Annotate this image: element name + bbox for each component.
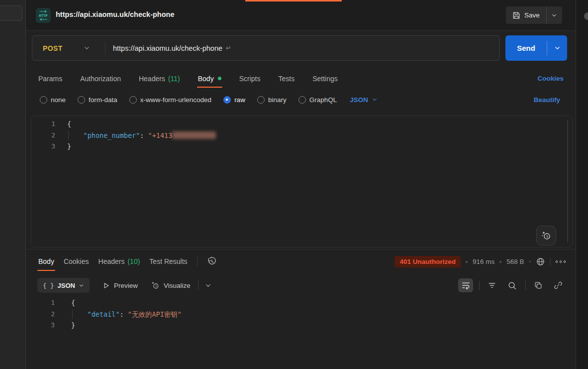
beautify-link[interactable]: Beautify	[534, 96, 560, 104]
response-pane: Body Cookies Headers(10) Test Results 40…	[26, 249, 576, 369]
postbot-button[interactable]	[536, 226, 556, 246]
network-info-button[interactable]	[536, 257, 545, 266]
indent-guide	[68, 131, 69, 140]
tab-params[interactable]: Params	[38, 69, 62, 88]
format-options-button[interactable]	[205, 282, 211, 289]
send-options-button[interactable]	[547, 45, 567, 51]
line-number: 1	[31, 297, 55, 309]
response-history-button[interactable]	[207, 256, 217, 266]
tab-tests[interactable]: Tests	[278, 69, 294, 88]
chevron-down-icon	[372, 97, 378, 103]
request-tab-title: https://api.xiaomu.uk/check-phone	[56, 10, 174, 18]
body-mode-urlencoded[interactable]: x-www-form-urlencoded	[129, 96, 211, 104]
json-value: "无效的API密钥"	[128, 310, 182, 318]
response-tabs: Body Cookies Headers(10) Test Results	[26, 251, 217, 271]
response-tab-headers[interactable]: Headers(10)	[98, 251, 140, 271]
right-sidebar-icon[interactable]	[584, 12, 588, 20]
radio-icon	[298, 96, 306, 104]
api-client-app: HTTP https://api.xiaomu.uk/check-phone S…	[0, 0, 588, 369]
chevron-down-icon	[551, 12, 557, 18]
search-icon	[507, 281, 517, 290]
body-mode-row: none form-data x-www-form-urlencoded raw…	[26, 92, 576, 107]
tab-settings[interactable]: Settings	[312, 69, 338, 88]
response-toolbar-icons	[458, 277, 566, 294]
divider	[525, 281, 526, 290]
body-mode-none[interactable]: none	[40, 96, 66, 104]
http-request-icon: HTTP	[36, 8, 51, 23]
json-key: "phone_number"	[84, 131, 140, 139]
url-divider	[105, 42, 105, 55]
divider	[198, 281, 198, 290]
response-tab-test-results[interactable]: Test Results	[149, 251, 187, 271]
response-status-row: 401 Unauthorized 916 ms 568 B	[394, 256, 566, 267]
save-options-button[interactable]	[547, 6, 562, 24]
line-number: 1	[31, 119, 55, 130]
radio-icon	[78, 96, 85, 104]
status-badge[interactable]: 401 Unauthorized	[394, 256, 461, 267]
response-toolbar: { } JSON Preview Visualize	[26, 277, 576, 294]
chevron-down-icon	[205, 282, 211, 289]
right-sidebar	[576, 0, 588, 369]
wrap-text-button[interactable]	[458, 278, 473, 292]
json-value: "+1413	[148, 131, 173, 139]
link-button[interactable]	[551, 278, 566, 292]
code-line: 2 "phone_number": "+1413	[31, 130, 572, 141]
radio-icon	[257, 96, 265, 104]
save-icon	[512, 11, 520, 19]
response-body-viewer[interactable]: 1 { 2 "detail": "无效的API密钥" 3 }	[31, 297, 571, 331]
sidebar-panel-stub[interactable]	[0, 5, 22, 21]
response-size[interactable]: 568 B	[506, 258, 524, 265]
globe-icon	[536, 257, 545, 266]
line-number: 3	[31, 141, 55, 152]
modified-dot-icon	[218, 77, 221, 80]
preview-button[interactable]: Preview	[102, 282, 138, 289]
response-tab-body[interactable]: Body	[38, 251, 54, 271]
body-mode-raw[interactable]: raw	[223, 96, 245, 104]
dot-separator	[529, 261, 531, 262]
url-input[interactable]: https://api.xiaomu.uk/check-phone ↵	[113, 44, 231, 52]
http-badge-label: HTTP	[39, 13, 48, 18]
code-line: 3 }	[31, 320, 571, 331]
search-button[interactable]	[504, 278, 519, 292]
radio-icon	[40, 96, 47, 104]
body-mode-form-data[interactable]: form-data	[78, 96, 117, 104]
copy-button[interactable]	[531, 278, 546, 292]
body-mode-binary[interactable]: binary	[257, 96, 287, 104]
tab-headers[interactable]: Headers(11)	[139, 69, 180, 88]
filter-icon	[488, 281, 496, 290]
copy-icon	[534, 281, 543, 290]
request-body-editor[interactable]: 1 { 2 "phone_number": "+1413 3 }	[31, 116, 573, 247]
divider	[197, 257, 197, 266]
more-options-button[interactable]	[556, 260, 566, 263]
dot-separator	[499, 261, 501, 263]
body-mode-graphql[interactable]: GraphQL	[298, 96, 337, 104]
editor-scrollbar[interactable]	[567, 120, 568, 243]
visualize-button[interactable]: Visualize	[151, 281, 191, 290]
response-format-selector[interactable]: { } JSON	[37, 278, 90, 293]
request-tabs: Params Authorization Headers(11) Body Sc…	[26, 69, 576, 88]
save-button-label: Save	[524, 11, 540, 19]
send-button[interactable]: Send	[505, 44, 547, 52]
response-tab-cookies[interactable]: Cookies	[64, 251, 89, 271]
tab-body[interactable]: Body	[198, 69, 221, 88]
wrap-text-icon	[461, 281, 471, 290]
save-button[interactable]: Save	[506, 6, 546, 24]
filter-button[interactable]	[485, 278, 499, 292]
line-number: 3	[31, 320, 55, 331]
url-value: https://api.xiaomu.uk/check-phone	[113, 44, 222, 52]
chevron-down-icon	[84, 45, 90, 51]
response-time[interactable]: 916 ms	[473, 258, 494, 265]
cookies-link[interactable]: Cookies	[537, 75, 564, 82]
postbot-icon	[541, 230, 552, 241]
save-button-group: Save	[506, 6, 562, 24]
link-icon	[554, 281, 563, 290]
left-sidebar	[0, 0, 26, 369]
tab-scripts[interactable]: Scripts	[239, 69, 261, 88]
language-selector[interactable]: JSON	[350, 96, 378, 104]
method-selector[interactable]: POST	[32, 44, 105, 52]
chevron-down-icon	[554, 45, 561, 51]
sparkle-circle-icon	[151, 281, 160, 290]
dot-separator	[466, 261, 468, 263]
tab-authorization[interactable]: Authorization	[80, 69, 121, 88]
send-button-group: Send	[505, 35, 567, 61]
